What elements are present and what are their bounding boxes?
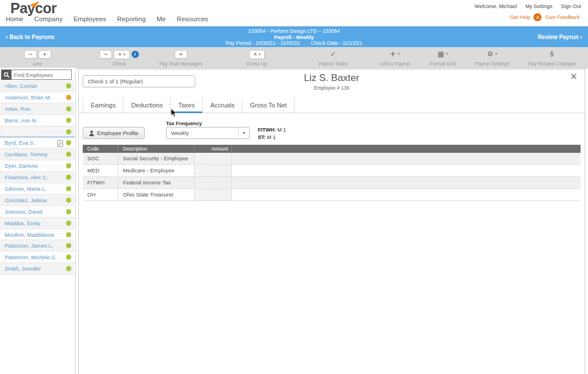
grossup-button[interactable]: ∧ ▾ xyxy=(249,50,265,59)
employee-list-item[interactable]: Baxter, Liz S. xyxy=(0,126,75,138)
employee-name: Gilmore, Marla L. xyxy=(5,186,47,192)
employee-name: Patterson, James L. xyxy=(5,242,53,249)
payrun-toolbar: − + Line − + ▾ i Check + Pay Stub Messag… xyxy=(0,47,588,68)
tab-accruals[interactable]: Accruals xyxy=(203,98,242,113)
help-count-badge[interactable]: 9 xyxy=(533,13,541,21)
plus-icon: + xyxy=(390,50,396,58)
line-add-button[interactable]: + xyxy=(38,50,51,59)
employee-list-item[interactable]: Ceciliano, Tommy xyxy=(0,149,75,160)
caret-down-icon: ▾ xyxy=(123,52,126,57)
employee-list-item[interactable]: Anderson, Brian M. xyxy=(0,92,75,103)
format-grid-button[interactable]: ▦ ▾ xyxy=(420,49,465,59)
tax-amount-cell[interactable] xyxy=(195,165,232,176)
get-help-link[interactable]: Get Help xyxy=(510,14,531,20)
employee-list-item[interactable]: Gonzalez, Jelena xyxy=(0,195,75,206)
grid-icon: ▦ xyxy=(438,50,444,58)
employee-list-item[interactable]: Barre, Ann N. xyxy=(0,115,75,126)
give-feedback-link[interactable]: Give Feedback xyxy=(545,14,580,20)
format-grid-label: Format Grid xyxy=(420,61,465,67)
check-add-button[interactable]: + ▾ xyxy=(114,50,130,59)
banner-info: 233054 - Perform Design LTD – 233054 Pay… xyxy=(0,28,588,47)
add-to-payrun-button[interactable]: + ▾ xyxy=(368,49,422,59)
paystub-add-button[interactable]: + xyxy=(175,50,187,59)
employee-list-item[interactable]: Johnson, David xyxy=(0,206,75,218)
tax-description-cell: Ohio State Treasurer xyxy=(118,189,195,201)
employee-list-item[interactable]: Allen, Connie xyxy=(0,80,75,92)
company-line: 233054 - Perform Design LTD – 233054 xyxy=(0,28,588,34)
status-dot-icon xyxy=(66,243,71,248)
close-icon[interactable]: × xyxy=(570,72,578,81)
tabs-row: Earnings Deductions Taxes Accruals Gross… xyxy=(79,98,585,113)
employee-list-item[interactable]: Arker, Ron xyxy=(0,103,75,115)
search-icon[interactable] xyxy=(1,70,11,80)
review-payrun-link[interactable]: Review Payrun › xyxy=(537,33,582,40)
mouse-cursor-icon xyxy=(171,109,177,118)
table-row: SOC Social Security - Employee xyxy=(83,153,581,165)
employee-list-item[interactable]: Dyer, Darlene xyxy=(0,160,75,172)
nav-resources[interactable]: Resources xyxy=(177,16,208,22)
my-settings-link[interactable]: My Settings xyxy=(525,3,552,9)
employee-list-item[interactable]: Gilmore, Marla L. xyxy=(0,183,75,195)
tab-deductions[interactable]: Deductions xyxy=(123,98,171,113)
employee-list-item[interactable]: Patterson, James L. xyxy=(0,240,75,252)
tax-amount-cell[interactable] xyxy=(195,189,232,201)
employee-list-item[interactable]: Maddox, Emily xyxy=(0,218,75,229)
search-input[interactable] xyxy=(11,70,72,80)
employee-profile-button[interactable]: Employee Profile xyxy=(83,127,145,139)
check-label: Check xyxy=(86,61,152,67)
check-remove-button[interactable]: − xyxy=(99,50,112,59)
checkmark-icon[interactable]: ✓ xyxy=(307,49,359,59)
tax-description-cell: Social Security - Employee xyxy=(118,153,195,164)
paystub-label: Pay Stub Messages xyxy=(152,61,210,67)
line-remove-button[interactable]: − xyxy=(24,50,37,59)
tax-amount-cell[interactable] xyxy=(195,177,232,188)
dollar-icon[interactable]: $ xyxy=(520,49,584,59)
employee-list-item[interactable]: Patterson, Michele G. xyxy=(0,252,75,263)
tax-description-cell: Medicare - Employee xyxy=(118,165,195,176)
employee-name: Moulton, Maddalena xyxy=(5,232,54,238)
welcome-text: Welcome, Michael xyxy=(475,3,517,9)
row-filler-cell xyxy=(232,165,581,176)
table-row: OH Ohio State Treasurer xyxy=(83,189,581,201)
employee-list-item[interactable]: Smith, Jennifer xyxy=(0,263,75,275)
nav-employees[interactable]: Employees xyxy=(74,16,106,22)
status-dot-icon xyxy=(66,186,71,191)
employee-list-item[interactable]: Moulton, Maddalena xyxy=(0,229,75,241)
employee-list-item[interactable]: Finamore, Alex C. xyxy=(0,172,75,183)
line-label: Line xyxy=(16,61,59,67)
column-header-amount[interactable]: Amount xyxy=(195,145,232,153)
tab-gross-to-net[interactable]: Gross To Net xyxy=(242,98,295,113)
caret-down-icon: ▾ xyxy=(258,52,261,57)
employee-list-item[interactable]: Byrd, Eva S. xyxy=(0,137,75,149)
payrun-settings-button[interactable]: ⚙ ▾ xyxy=(466,49,518,59)
column-header-description[interactable]: Description xyxy=(118,145,195,153)
employee-name: Dyer, Darlene xyxy=(5,163,38,169)
employee-name: Baxter, Liz S. xyxy=(5,129,37,135)
check-info-icon[interactable]: i xyxy=(131,51,139,58)
nav-reporting[interactable]: Reporting xyxy=(117,16,146,22)
pay-related-label: Pay Related Changes xyxy=(520,61,584,67)
column-header-code[interactable]: Code xyxy=(83,145,118,153)
nav-home[interactable]: Home xyxy=(6,16,24,22)
employee-name: Allen, Connie xyxy=(5,83,37,89)
employee-name: Barre, Ann N. xyxy=(5,117,37,124)
employee-list: Allen, Connie Anderson, Brian M. Arker, … xyxy=(0,80,75,275)
table-header: Code Description Amount xyxy=(83,145,581,153)
main-nav: Home Company Employees Reporting Me Reso… xyxy=(6,16,208,22)
nav-me[interactable]: Me xyxy=(157,16,166,22)
top-header: Paycor Home Company Employees Reporting … xyxy=(0,0,588,26)
tax-frequency-select[interactable]: Weekly ▾ xyxy=(166,127,250,139)
status-dot-icon xyxy=(66,152,71,157)
employee-number: Employee # 139 xyxy=(79,85,585,91)
tax-amount-cell[interactable] xyxy=(195,153,232,164)
sign-out-link[interactable]: Sign Out xyxy=(561,3,581,9)
grossup-label: Gross Up xyxy=(233,61,281,67)
toolbar-group-pay-related: $ Pay Related Changes xyxy=(520,49,584,67)
caret-down-icon: ▾ xyxy=(238,128,249,138)
gear-icon: ⚙ xyxy=(487,50,493,58)
status-dot-icon xyxy=(66,83,71,88)
tab-earnings[interactable]: Earnings xyxy=(83,98,123,113)
status-dot-icon xyxy=(66,221,71,226)
nav-company[interactable]: Company xyxy=(34,16,63,22)
status-dot-icon xyxy=(66,163,71,168)
